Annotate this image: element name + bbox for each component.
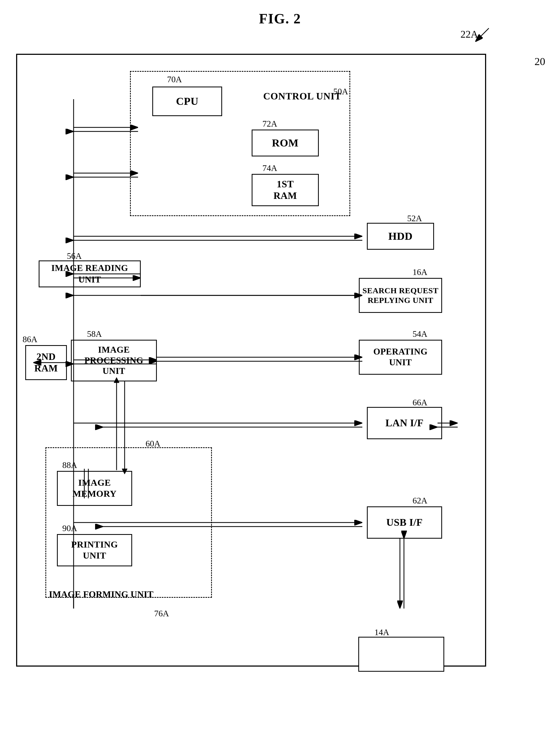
ref-88a: 88A [62,460,77,470]
cpu-box: CPU [152,86,222,116]
ref-72a: 72A [263,119,277,129]
search-request-replying-unit-box: SEARCH REQUEST REPLYING UNIT [359,278,442,313]
ref-14a: 14A [374,627,389,637]
lan-if-box: LAN I/F [367,407,442,439]
ref-54a: 54A [412,329,427,339]
ref-52a: 52A [407,214,422,223]
ram1-box: 1ST RAM [252,174,319,206]
image-forming-unit-label: IMAGE FORMING UNIT [49,589,153,599]
external-device-box [358,637,444,672]
ref-74a: 74A [263,163,277,173]
usb-if-box: USB I/F [367,507,442,538]
ref-76a: 76A [154,608,169,619]
image-forming-unit-box: IMAGE FORMING UNIT 60A 88A IMAGE MEMORY … [45,447,212,598]
ref-56a: 56A [67,251,82,261]
ref-62a: 62A [412,496,427,506]
hdd-box: HDD [367,223,434,250]
ref-20-label: 20 [534,55,545,68]
operating-unit-box: OPERATING UNIT [359,340,442,375]
ref-86a: 86A [23,334,37,344]
ref-58a: 58A [87,329,102,339]
image-memory-box: IMAGE MEMORY [57,471,132,506]
ref-60a: 60A [146,439,160,449]
control-unit-label: CONTROL UNIT [263,90,342,102]
figure-title: FIG. 2 [259,11,301,27]
ref-70a: 70A [167,74,182,84]
ref-22a-arrow [470,26,491,47]
rom-box: ROM [252,129,319,156]
image-processing-unit-box: IMAGE PROCESSING UNIT [71,340,157,381]
image-reading-unit-box: IMAGE READING UNIT [39,260,141,287]
ref-16a: 16A [412,267,427,277]
svg-line-35 [475,28,489,42]
printing-unit-box: PRINTING UNIT [57,534,132,566]
ref-66a: 66A [412,398,427,407]
control-unit-box: 50A CONTROL UNIT 70A CPU 72A ROM 74A 1ST… [130,71,350,216]
second-ram-box: 2ND RAM [25,345,67,380]
ref-90a: 90A [62,523,77,533]
main-device-box: 50A CONTROL UNIT 70A CPU 72A ROM 74A 1ST… [16,54,486,667]
